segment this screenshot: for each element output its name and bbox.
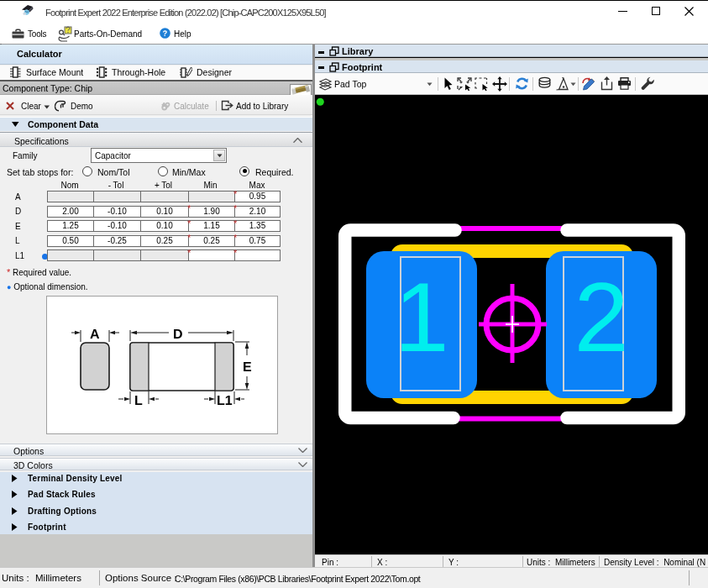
svg-text:E: E xyxy=(243,360,252,375)
svg-text:1: 1 xyxy=(394,262,448,372)
svg-text:?: ? xyxy=(163,29,168,39)
svg-text:D: D xyxy=(173,328,183,342)
svg-text:L: L xyxy=(134,394,143,408)
svg-text:L1: L1 xyxy=(217,394,233,408)
svg-text:2: 2 xyxy=(574,262,628,372)
svg-text:A: A xyxy=(90,328,100,342)
